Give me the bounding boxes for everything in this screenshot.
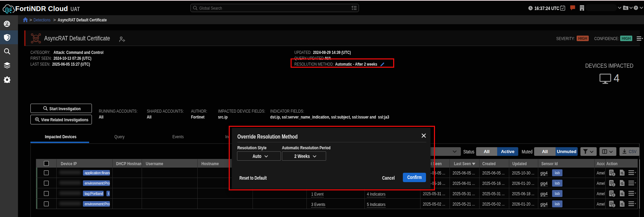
svg-text:?: ?: [635, 6, 637, 10]
